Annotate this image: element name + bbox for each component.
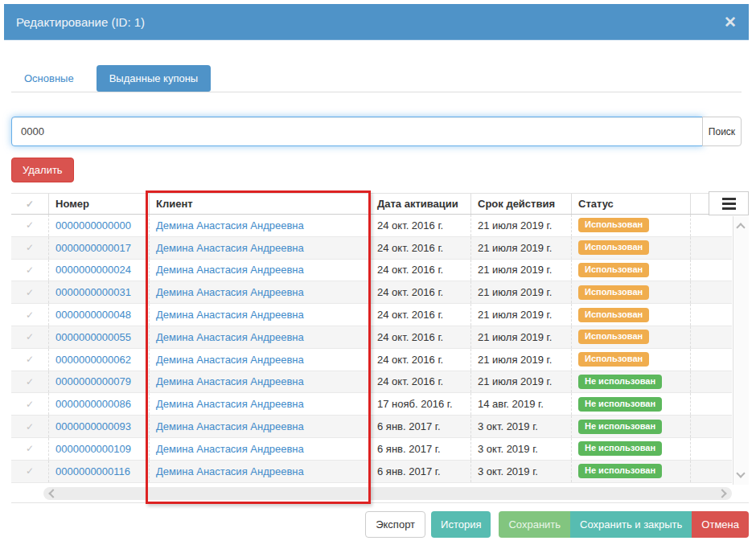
export-button[interactable]: Экспорт: [365, 511, 425, 538]
activation-date-cell: 24 окт. 2016 г.: [370, 304, 470, 326]
row-checkbox[interactable]: ✓: [11, 393, 48, 415]
cancel-button[interactable]: Отмена: [692, 511, 749, 538]
client-link[interactable]: Демина Анастасия Андреевна: [156, 398, 304, 410]
activation-date-cell: 24 окт. 2016 г.: [370, 371, 470, 393]
row-checkbox[interactable]: ✓: [11, 304, 48, 326]
check-icon: ✓: [26, 465, 34, 477]
search-button[interactable]: Поиск: [702, 117, 742, 146]
row-checkbox[interactable]: ✓: [11, 260, 48, 281]
row-checkbox[interactable]: ✓: [11, 349, 48, 371]
save-button[interactable]: Сохранить: [499, 511, 570, 538]
validity-cell: 14 авг. 2019 г.: [470, 393, 571, 415]
column-header-activation-date[interactable]: Дата активации: [370, 194, 470, 214]
row-checkbox[interactable]: ✓: [11, 281, 48, 303]
activation-date-cell: 6 янв. 2017 г.: [370, 416, 470, 437]
client-link[interactable]: Демина Анастасия Андреевна: [156, 264, 304, 276]
coupon-number-link[interactable]: 0000000000086: [55, 398, 131, 410]
activation-date-cell: 24 окт. 2016 г.: [370, 237, 470, 259]
table-row: ✓ 0000000000109 Демина Анастасия Андреев…: [11, 438, 732, 461]
status-badge: Использован: [578, 218, 649, 232]
client-link[interactable]: Демина Анастасия Андреевна: [156, 443, 304, 455]
tab-issued-coupons[interactable]: Выданные купоны: [97, 65, 212, 92]
table-row: ✓ 0000000000086 Демина Анастасия Андреев…: [11, 393, 732, 416]
column-header-number[interactable]: Номер: [48, 194, 149, 214]
client-link[interactable]: Демина Анастасия Андреевна: [156, 219, 304, 231]
row-checkbox[interactable]: ✓: [11, 461, 48, 482]
table-row: ✓ 0000000000079 Демина Анастасия Андреев…: [11, 371, 732, 394]
history-button[interactable]: История: [431, 511, 491, 538]
client-link[interactable]: Демина Анастасия Андреевна: [156, 465, 304, 477]
table-row: ✓ 0000000000017 Демина Анастасия Андреев…: [11, 237, 732, 260]
column-menu-icon[interactable]: [709, 191, 749, 215]
status-badge: Использован: [578, 330, 649, 344]
row-checkbox[interactable]: ✓: [11, 416, 48, 437]
coupon-number-link[interactable]: 0000000000116: [55, 465, 130, 477]
check-icon: ✓: [26, 242, 34, 253]
search-input[interactable]: [11, 117, 703, 146]
table-row: ✓ 0000000000116 Демина Анастасия Андреев…: [11, 461, 732, 483]
table-bottom-border: [11, 502, 749, 503]
check-icon: ✓: [26, 264, 34, 276]
status-badge: Использован: [578, 352, 649, 367]
check-icon: ✓: [26, 309, 34, 321]
status-badge: Не использован: [578, 397, 662, 412]
client-link[interactable]: Демина Анастасия Андреевна: [156, 242, 304, 254]
select-all-checkbox[interactable]: ✓: [11, 194, 48, 214]
check-icon: ✓: [26, 443, 34, 454]
scroll-left-icon[interactable]: [48, 489, 57, 498]
coupon-number-link[interactable]: 0000000000031: [55, 286, 131, 298]
validity-cell: 21 июля 2019 г.: [470, 260, 571, 281]
coupon-number-link[interactable]: 0000000000024: [55, 264, 131, 276]
coupon-number-link[interactable]: 0000000000017: [55, 242, 131, 254]
coupon-number-link[interactable]: 0000000000055: [55, 331, 131, 343]
scroll-up-icon[interactable]: [736, 223, 745, 231]
table-row: ✓ 0000000000048 Демина Анастасия Андреев…: [11, 304, 732, 326]
scroll-down-icon[interactable]: [736, 469, 745, 477]
modal-footer: Экспорт История Сохранить Сохранить и за…: [365, 511, 749, 538]
validity-cell: 21 июля 2019 г.: [470, 349, 571, 371]
validity-cell: 21 июля 2019 г.: [470, 215, 571, 236]
search-bar: Поиск: [11, 117, 742, 146]
coupon-number-link[interactable]: 0000000000048: [55, 309, 131, 321]
row-checkbox[interactable]: ✓: [11, 326, 48, 348]
column-header-status[interactable]: Статус: [571, 194, 690, 214]
column-header-client[interactable]: Клиент: [149, 194, 370, 214]
client-link[interactable]: Демина Анастасия Андреевна: [156, 354, 304, 366]
client-link[interactable]: Демина Анастасия Андреевна: [156, 309, 304, 321]
table-body: ✓ 0000000000000 Демина Анастасия Андреев…: [11, 215, 732, 483]
row-checkbox[interactable]: ✓: [11, 438, 48, 460]
check-icon: ✓: [26, 354, 34, 365]
coupons-table: ✓ Номер Клиент Дата активации Срок дейст…: [11, 193, 749, 483]
validity-cell: 3 окт. 2019 г.: [470, 416, 571, 437]
save-and-close-button[interactable]: Сохранить и закрыть: [570, 511, 692, 538]
vertical-scrollbar[interactable]: [733, 216, 749, 485]
scroll-right-icon[interactable]: [717, 489, 726, 498]
check-icon: ✓: [26, 376, 34, 387]
table-row: ✓ 0000000000024 Демина Анастасия Андреев…: [11, 260, 732, 282]
edit-modal: Редактирование (ID: 1) ✕ Основные Выданн…: [4, 4, 749, 549]
coupon-number-link[interactable]: 0000000000000: [55, 219, 131, 231]
table-row: ✓ 0000000000062 Демина Анастасия Андреев…: [11, 349, 732, 371]
close-icon[interactable]: ✕: [724, 14, 737, 30]
activation-date-cell: 24 окт. 2016 г.: [370, 215, 470, 236]
row-checkbox[interactable]: ✓: [11, 371, 48, 393]
tab-main[interactable]: Основные: [11, 65, 87, 92]
validity-cell: 21 июля 2019 г.: [470, 304, 571, 326]
horizontal-scrollbar[interactable]: [43, 487, 732, 500]
row-checkbox[interactable]: ✓: [11, 215, 48, 236]
coupon-number-link[interactable]: 0000000000093: [55, 420, 131, 432]
delete-button[interactable]: Удалить: [11, 158, 74, 182]
client-link[interactable]: Демина Анастасия Андреевна: [156, 375, 304, 387]
coupon-number-link[interactable]: 0000000000062: [55, 354, 131, 366]
coupon-number-link[interactable]: 0000000000109: [55, 443, 131, 455]
client-link[interactable]: Демина Анастасия Андреевна: [156, 331, 304, 343]
validity-cell: 21 июля 2019 г.: [470, 237, 571, 259]
row-checkbox[interactable]: ✓: [11, 237, 48, 259]
table-row: ✓ 0000000000055 Демина Анастасия Андреев…: [11, 326, 732, 349]
check-icon: ✓: [26, 421, 34, 432]
column-header-validity[interactable]: Срок действия: [470, 194, 571, 214]
client-link[interactable]: Демина Анастасия Андреевна: [156, 420, 304, 432]
client-link[interactable]: Демина Анастасия Андреевна: [156, 286, 304, 298]
status-badge: Не использован: [578, 420, 662, 434]
coupon-number-link[interactable]: 0000000000079: [55, 375, 131, 387]
